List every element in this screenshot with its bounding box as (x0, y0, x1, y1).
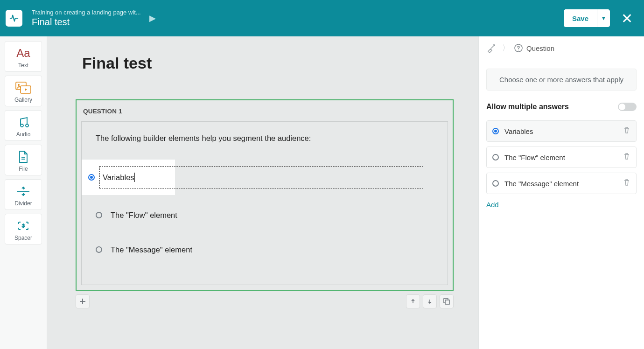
answer-item[interactable]: The "Flow" element (486, 147, 637, 168)
header-titles: Training on creating a landing page wit.… (32, 9, 141, 28)
palette-item-label: File (19, 166, 28, 172)
text-caret (134, 173, 135, 182)
arrow-down-icon (427, 299, 433, 304)
gallery-icon (15, 81, 31, 95)
canvas[interactable]: Final test QUESTION 1 The following buil… (47, 36, 478, 349)
palette-item-file[interactable]: File (5, 145, 42, 175)
option-row[interactable]: The "Message" element (96, 243, 434, 257)
palette-item-audio[interactable]: Audio (5, 110, 42, 141)
palette-item-label: Spacer (14, 235, 32, 241)
add-answer-link[interactable]: Add (486, 201, 499, 209)
question-tab[interactable]: Question (514, 44, 554, 52)
save-dropdown-button[interactable]: ▼ (597, 9, 610, 27)
delete-answer-button[interactable] (623, 126, 630, 136)
allow-multiple-toggle[interactable] (618, 103, 637, 111)
palette-item-label: Divider (14, 200, 32, 207)
plus-icon (79, 298, 86, 305)
palette-item-label: Text (18, 62, 28, 69)
answer-text: The "Flow" element (504, 154, 617, 161)
svg-rect-10 (445, 300, 449, 304)
palette-item-spacer[interactable]: Spacer (5, 214, 42, 244)
option-radio[interactable] (96, 246, 102, 253)
save-button-group: Save ▼ (564, 9, 610, 27)
divider-icon (16, 184, 30, 198)
answer-correct-radio[interactable] (492, 180, 499, 187)
option-edit-input[interactable]: Variables (99, 166, 423, 188)
duplicate-button[interactable] (440, 294, 454, 308)
answer-correct-radio[interactable] (492, 128, 499, 134)
answer-text: The "Message" element (504, 180, 617, 188)
allow-multiple-label: Allow multiple answers (486, 103, 569, 111)
trash-icon (623, 153, 630, 160)
element-palette: Aa Text Gallery Audio File Divider (0, 36, 47, 349)
chevron-right-icon: 〉 (502, 43, 510, 53)
question-body: The following builder elements help you … (81, 121, 448, 285)
move-down-button[interactable] (423, 294, 437, 308)
answer-item[interactable]: The "Message" element (486, 173, 637, 194)
delete-answer-button[interactable] (623, 179, 630, 188)
answer-text: Variables (504, 127, 617, 135)
option-radio[interactable] (96, 212, 102, 218)
file-icon (18, 150, 29, 164)
delete-answer-button[interactable] (623, 153, 630, 162)
design-tab-button[interactable] (485, 42, 497, 54)
option-radio[interactable] (88, 174, 95, 181)
save-button[interactable]: Save (564, 9, 597, 27)
allow-multiple-row: Allow multiple answers (486, 103, 637, 111)
trash-icon (623, 126, 630, 134)
add-block-button[interactable] (76, 294, 90, 308)
answer-list: Variables The "Flow" element The "Messag… (486, 120, 637, 194)
answer-item[interactable]: Variables (486, 120, 637, 142)
breadcrumb-next-icon[interactable]: ▶ (149, 13, 156, 23)
option-text: Variables (103, 173, 134, 182)
panel-subtitle: Choose one or more answers that apply (486, 69, 637, 91)
breadcrumb[interactable]: Training on creating a landing page wit.… (32, 9, 141, 16)
question-icon (514, 44, 523, 52)
design-icon (487, 43, 496, 53)
palette-item-text[interactable]: Aa Text (5, 41, 42, 72)
trash-icon (623, 179, 630, 186)
question-number-label: QUESTION 1 (77, 100, 453, 121)
question-block[interactable]: QUESTION 1 The following builder element… (76, 99, 454, 291)
copy-icon (443, 298, 450, 305)
properties-panel: 〉 Question Choose one or more answers th… (478, 36, 644, 349)
block-toolbar (76, 294, 454, 308)
option-row[interactable]: The "Flow" element (96, 208, 434, 222)
main-area: Aa Text Gallery Audio File Divider (0, 36, 644, 349)
svg-point-1 (18, 84, 20, 86)
text-icon: Aa (16, 47, 30, 60)
option-text: The "Message" element (111, 245, 192, 254)
move-up-button[interactable] (406, 294, 420, 308)
spacer-icon (17, 219, 30, 233)
page-title: Final test (32, 17, 141, 28)
app-logo[interactable] (6, 10, 22, 27)
palette-item-label: Gallery (14, 97, 32, 103)
question-prompt[interactable]: The following builder elements help you … (96, 134, 434, 143)
app-header: Training on creating a landing page wit.… (0, 0, 644, 36)
palette-item-label: Audio (16, 131, 31, 138)
canvas-title: Final test (82, 54, 449, 72)
palette-item-gallery[interactable]: Gallery (5, 76, 42, 106)
panel-tabs: 〉 Question (479, 36, 644, 60)
pulse-icon (9, 13, 19, 23)
panel-body: Choose one or more answers that apply Al… (479, 60, 644, 217)
palette-item-divider[interactable]: Divider (5, 179, 42, 210)
option-text: The "Flow" element (111, 211, 177, 220)
close-button[interactable]: ✕ (618, 8, 636, 28)
arrow-up-icon (410, 299, 416, 304)
answer-correct-radio[interactable] (492, 154, 499, 161)
tab-label: Question (526, 44, 554, 52)
audio-icon (17, 115, 30, 129)
